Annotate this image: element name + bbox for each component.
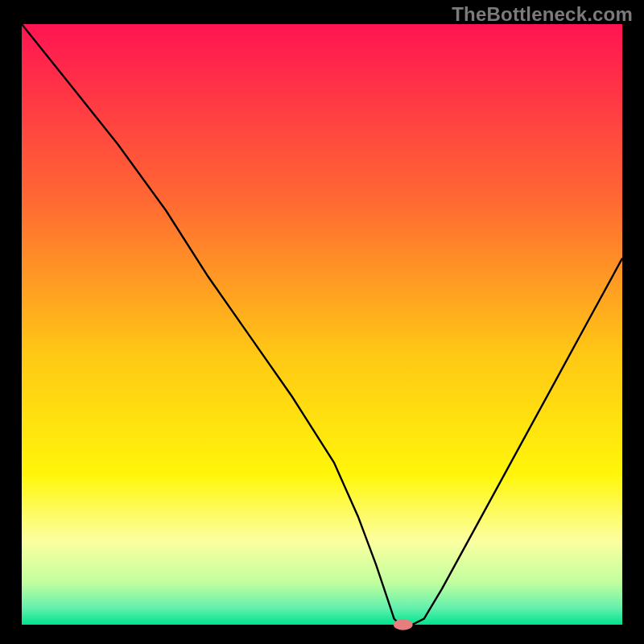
- optimal-point-marker: [394, 619, 413, 630]
- watermark-text: TheBottleneck.com: [452, 3, 633, 26]
- plot-background: [22, 24, 622, 625]
- bottleneck-chart: [0, 0, 644, 644]
